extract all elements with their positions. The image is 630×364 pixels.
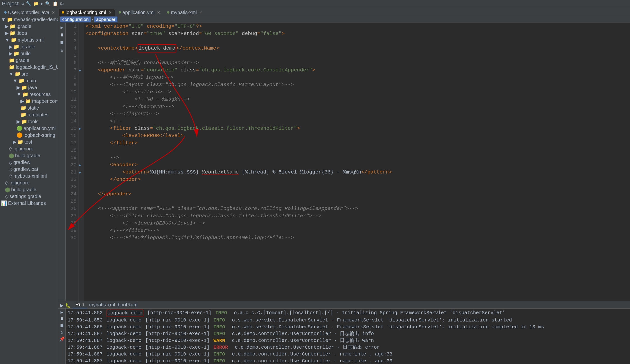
- sidebar-item-gradle2[interactable]: ▶ 📁 .gradle: [0, 43, 58, 50]
- sidebar-item-src[interactable]: ▼ 📁 src: [0, 70, 58, 77]
- sidebar-item-gradle1[interactable]: ▶ 📁 .gradle: [0, 23, 58, 30]
- run-icon[interactable]: ▶: [40, 1, 43, 6]
- settings-icon[interactable]: ⚙: [22, 1, 24, 6]
- log-line-1: 17:59:41.852 logback-demo [http-nio-9010…: [68, 310, 628, 317]
- bottom-side-icon-1[interactable]: ▶: [60, 310, 63, 315]
- breadcrumb-bar: configuration › appender: [58, 16, 630, 23]
- code-line-22: </encoder>: [86, 176, 628, 183]
- sidebar-label-build-gradle2: build.gradle: [11, 187, 36, 192]
- sidebar-item-mybatis-xml[interactable]: ▼ 📁 mybatis-xml: [0, 36, 58, 43]
- ln-30: 30: [68, 234, 76, 242]
- code-line-27: <!--<filter class="ch.qos.logback.classi…: [86, 212, 628, 220]
- sidebar-item-logback-logdir[interactable]: 📁 logback.logdir_IS_UNDEF: [0, 64, 58, 70]
- sidebar-item-ext-libs[interactable]: 📊 External Libraries: [0, 200, 58, 206]
- sidebar-label-templates: templates: [28, 112, 48, 118]
- sidebar-item-static[interactable]: 📁 static: [0, 104, 58, 111]
- sidebar-item-resources[interactable]: ▼ 📁 resources: [0, 91, 58, 98]
- sidebar-label-test: test: [24, 139, 32, 145]
- code-line-4: <contextName>logback-demo</contextName>: [86, 45, 628, 52]
- copy-icon[interactable]: 📋: [52, 1, 58, 6]
- sidebar-item-gitignore2[interactable]: ◇ .gitignore: [0, 179, 58, 186]
- sidebar-label-src: src: [22, 71, 28, 77]
- tab-close-application[interactable]: ✕: [157, 10, 160, 15]
- tab-close-logback[interactable]: ✕: [109, 10, 112, 15]
- sidebar-item-build[interactable]: ▶ 📁 build: [0, 50, 58, 57]
- file-icon-application: 🟢: [16, 126, 22, 131]
- sidebar-item-gradlew-bat[interactable]: ◇ gradlew.bat: [0, 166, 58, 172]
- ln-24: 24: [68, 190, 76, 198]
- sidebar-item-settings[interactable]: ◇ settings.gradle: [0, 193, 58, 200]
- tab-logback-spring[interactable]: logback-spring.xml ✕: [58, 9, 115, 16]
- folder-icon-main: 📁: [18, 78, 24, 84]
- ln-13: 13: [68, 110, 76, 118]
- sidebar-item-root[interactable]: ▼ 📁 mybatis-gradle-demo: [0, 16, 58, 23]
- log-content[interactable]: 17:59:41.852 logback-demo [http-nio-9010…: [66, 308, 630, 364]
- breadcrumb-configuration[interactable]: configuration: [60, 16, 91, 22]
- sidebar-item-main[interactable]: ▼ 📁 main: [0, 77, 58, 84]
- tab-label-logback: logback-spring.xml: [66, 10, 106, 15]
- bottom-side-icon-5[interactable]: 📌: [59, 336, 65, 342]
- ln-14: 14: [68, 118, 76, 125]
- build-icon[interactable]: 🔧: [26, 1, 31, 6]
- arrow-down-icon: ▼: [1, 17, 6, 22]
- tab-close-mybatis[interactable]: ✕: [199, 10, 202, 15]
- sidebar-item-gitignore1[interactable]: ◇ .gitignore: [0, 145, 58, 152]
- arrow-right-icon3: ▶: [9, 44, 12, 50]
- root-folder-icon: 📁: [7, 16, 13, 22]
- file-icon-mybatis-iml: ◇: [9, 173, 12, 179]
- search-icon[interactable]: 🔍: [45, 1, 50, 6]
- log-line-7: 17:59:41.887 logback-demo [http-nio-9010…: [68, 351, 628, 358]
- file-icon-gitignore1: ◇: [9, 146, 12, 152]
- bottom-side-icon-4[interactable]: ↻: [60, 330, 63, 335]
- sidebar-item-gradlew[interactable]: ◇ gradlew: [0, 159, 58, 166]
- sidebar-label-gradle2: .gradle: [20, 44, 35, 50]
- sidebar-label-static: static: [28, 105, 39, 111]
- sidebar-item-idea[interactable]: ▶ 📁 .idea: [0, 30, 58, 36]
- file-icon-logback: 🟠: [16, 132, 22, 138]
- debug-bottom-icon[interactable]: 🐛: [65, 303, 70, 308]
- left-icon-1[interactable]: ▶: [60, 25, 63, 30]
- sidebar-item-logback-spring[interactable]: 🟠 logback-spring: [0, 132, 58, 138]
- code-content[interactable]: <?xml version="1.0" encoding="UTF-8"?> <…: [84, 23, 630, 301]
- left-icon-4[interactable]: ↻: [60, 48, 63, 53]
- sidebar-label-logdir: logback.logdir_IS_UNDEF: [16, 64, 58, 70]
- sidebar-label-java: java: [28, 85, 37, 90]
- tab-close-usercontorller[interactable]: ✕: [52, 10, 55, 15]
- sidebar-item-build-gradle[interactable]: ⬤ build.gradle: [0, 152, 58, 159]
- bottom-side-icon-2[interactable]: ⏸: [60, 316, 64, 322]
- tab-application[interactable]: application.yml ✕: [116, 9, 163, 16]
- ln-25: 25: [68, 198, 76, 205]
- sidebar-item-mybatis-iml[interactable]: ◇ mybatis-xml.iml: [0, 172, 58, 179]
- file-icon-settings: ◇: [5, 194, 8, 199]
- sidebar-item-test[interactable]: ▶ 📁 test: [0, 138, 58, 145]
- folder-icon-tools: 📁: [21, 118, 27, 124]
- tab-mybatis[interactable]: mybatis-xml ✕: [164, 9, 206, 16]
- bottom-side-icons: ▶ ⏸ ⏹ ↻ 📌: [58, 308, 66, 364]
- folder-icon[interactable]: 📁: [33, 1, 39, 6]
- tabs-icon[interactable]: 🗂: [60, 1, 64, 6]
- breadcrumb-appender[interactable]: appender: [94, 16, 118, 22]
- arrow-down-icon5: ▼: [16, 92, 22, 97]
- tab-dot-mybatis: [167, 11, 170, 14]
- sidebar-item-mapper[interactable]: ▶ 📁 mapper.com.ex: [0, 98, 58, 104]
- sidebar-item-java[interactable]: ▶ 📁 java: [0, 84, 58, 91]
- bottom-tab-run[interactable]: Run: [72, 301, 87, 308]
- sidebar-item-gradle3[interactable]: 📁 gradle: [0, 57, 58, 64]
- code-line-30: <!--<File>${logback.logdir}/${logback.ap…: [86, 234, 628, 242]
- ln-6: 6: [68, 59, 76, 66]
- left-icon-2[interactable]: ⏸: [60, 32, 64, 38]
- folder-icon-templates: 📁: [20, 112, 26, 118]
- sidebar-item-application-yml[interactable]: 🟢 application.yml: [0, 125, 58, 132]
- sidebar-item-templates[interactable]: 📁 templates: [0, 111, 58, 118]
- log-line-6: 17:59:41.887 logback-demo [http-nio-9010…: [68, 344, 628, 351]
- bottom-side-icon-3[interactable]: ⏹: [60, 323, 64, 328]
- tab-dot-application: [118, 11, 121, 14]
- arrow-right-icon4: ▶: [9, 50, 12, 56]
- arrow-right-icon7: ▶: [16, 118, 20, 124]
- left-icon-3[interactable]: ⏹: [60, 40, 64, 45]
- sidebar-item-build-gradle2[interactable]: ⬤ build.gradle: [0, 186, 58, 193]
- contextname-highlighted: logback-demo: [138, 44, 176, 52]
- tab-usercontorller[interactable]: UserContorller.java ✕: [1, 9, 58, 16]
- sidebar-item-tools[interactable]: ▶ 📁 tools: [0, 118, 58, 125]
- run-bottom-icon[interactable]: ▶: [60, 303, 64, 308]
